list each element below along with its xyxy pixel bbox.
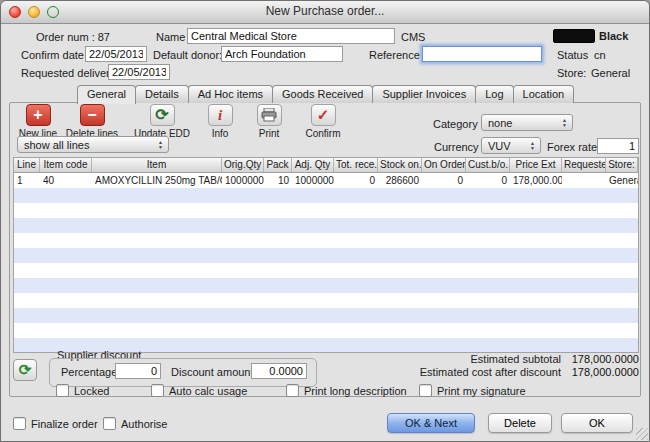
confirm-button[interactable]: ✓ Confirm <box>293 104 353 139</box>
category-dropdown[interactable]: none <box>481 114 573 131</box>
order-num-label: Order num : 87 <box>36 31 110 43</box>
tab-location[interactable]: Location <box>513 85 575 103</box>
table-row-empty <box>14 188 638 203</box>
name-input[interactable] <box>187 28 395 44</box>
tab-details[interactable]: Details <box>135 85 189 103</box>
column-header[interactable]: Line <box>14 158 40 172</box>
estimated-subtotal-label: Estimated subtotal <box>411 353 561 365</box>
resize-grip[interactable] <box>636 428 648 440</box>
cell <box>422 218 466 233</box>
percentage-input[interactable] <box>115 363 161 379</box>
printer-icon <box>257 104 282 126</box>
recalculate-discount-button[interactable]: ⟳ <box>13 359 37 381</box>
new-line-button[interactable]: + New line <box>8 104 68 139</box>
cell <box>222 188 264 203</box>
column-header[interactable]: Price Ext <box>510 158 562 172</box>
donor-input[interactable] <box>221 46 343 62</box>
cell <box>510 203 562 218</box>
currency-dropdown[interactable]: VUV <box>481 137 541 154</box>
print-long-description-checkbox[interactable]: Print long description <box>286 384 407 397</box>
cell <box>292 263 334 278</box>
ok-button[interactable]: OK <box>561 413 633 433</box>
cell <box>222 263 264 278</box>
cell: 1 <box>14 173 40 188</box>
print-my-signature-checkbox[interactable]: Print my signature <box>419 384 526 397</box>
cell: General <box>606 173 638 188</box>
cell <box>466 338 510 353</box>
cell <box>92 203 222 218</box>
tab-goods-received[interactable]: Goods Received <box>272 85 373 103</box>
cell <box>14 233 40 248</box>
cell <box>562 248 606 263</box>
cell: 1000000 <box>292 173 334 188</box>
column-header[interactable]: Stock on... <box>378 158 422 172</box>
cell <box>334 248 378 263</box>
recalc-arrows-icon: ⟳ <box>19 361 32 379</box>
table-row-empty <box>14 248 638 263</box>
column-header[interactable]: Item <box>92 158 222 172</box>
cell <box>422 233 466 248</box>
cell <box>14 278 40 293</box>
print-button[interactable]: Print <box>239 104 299 139</box>
order-table-body[interactable]: 140AMOXYCILLIN 250mg TAB/CAP100000010100… <box>13 173 639 353</box>
cell <box>334 278 378 293</box>
cell <box>292 278 334 293</box>
delete-button[interactable]: Delete <box>488 413 552 433</box>
tab-ad-hoc-items[interactable]: Ad Hoc items <box>188 85 273 103</box>
tab-general[interactable]: General <box>77 85 136 104</box>
cell <box>92 248 222 263</box>
close-button[interactable] <box>9 6 21 18</box>
minimize-button[interactable] <box>28 6 40 18</box>
percentage-label: Percentage <box>61 366 117 378</box>
table-row[interactable]: 140AMOXYCILLIN 250mg TAB/CAP100000010100… <box>14 173 638 188</box>
table-row-empty <box>14 263 638 278</box>
tab-supplier-invoices[interactable]: Supplier Invoices <box>372 85 476 103</box>
tab-log[interactable]: Log <box>475 85 513 103</box>
reference-label: Reference <box>369 49 420 61</box>
ok-next-button[interactable]: OK & Next <box>387 413 475 433</box>
column-header[interactable]: Requeste... <box>562 158 606 172</box>
cell <box>606 293 638 308</box>
line-filter-dropdown[interactable]: show all lines <box>17 136 169 153</box>
authorise-checkbox[interactable]: Authorise <box>103 417 167 430</box>
column-header[interactable]: Item code <box>40 158 92 172</box>
cell <box>40 293 92 308</box>
confirm-date-input[interactable] <box>85 46 147 62</box>
cell <box>334 308 378 323</box>
requested-delivery-input[interactable] <box>108 64 170 80</box>
title-bar[interactable]: New Purchase order... <box>1 1 649 24</box>
order-table-header: LineItem codeItemOrig.QtyPackAdj. QtyTot… <box>13 157 639 173</box>
zoom-button[interactable] <box>47 6 59 18</box>
reference-input[interactable] <box>422 46 542 62</box>
cell: 1000000 <box>222 173 264 188</box>
confirm-label: Confirm <box>305 128 340 139</box>
locked-checkbox[interactable]: Locked <box>56 384 109 397</box>
delete-lines-button[interactable]: − Delete lines <box>62 104 122 139</box>
cell <box>334 188 378 203</box>
column-header[interactable]: On Order <box>422 158 466 172</box>
column-header[interactable]: Tot. rece... <box>334 158 378 172</box>
color-swatch[interactable] <box>553 29 595 43</box>
discount-amount-input[interactable] <box>251 363 307 379</box>
cell <box>606 263 638 278</box>
column-header[interactable]: Pack <box>264 158 292 172</box>
currency-label: Currency <box>434 141 479 153</box>
store-value: General <box>591 67 630 79</box>
finalize-order-checkbox[interactable]: Finalize order <box>13 417 98 430</box>
column-header[interactable]: Adj. Qty <box>292 158 334 172</box>
forex-rate-input[interactable] <box>597 138 639 154</box>
cell <box>14 293 40 308</box>
info-icon: i <box>208 104 233 126</box>
update-edd-button[interactable]: ⟳ Update EDD <box>132 104 192 139</box>
cell <box>606 233 638 248</box>
table-row-empty <box>14 233 638 248</box>
cell <box>466 323 510 338</box>
column-header[interactable]: Orig.Qty <box>222 158 264 172</box>
cell <box>510 293 562 308</box>
cell <box>562 218 606 233</box>
auto-calc-usage-checkbox[interactable]: Auto calc usage <box>151 384 247 397</box>
cell <box>510 218 562 233</box>
column-header[interactable]: Cust.b/o... <box>466 158 510 172</box>
cell <box>422 278 466 293</box>
column-header[interactable]: Store: <box>606 158 638 172</box>
